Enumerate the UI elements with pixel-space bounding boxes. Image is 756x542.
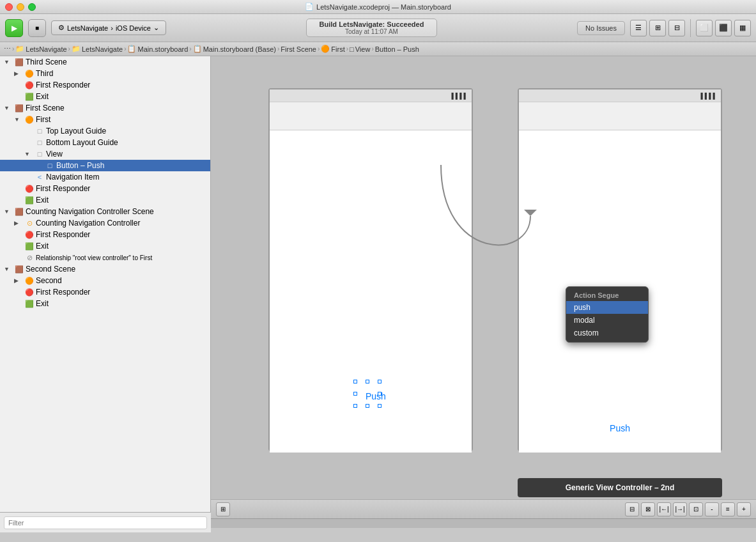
scene-icon-2: 🟫 (14, 103, 24, 113)
tree-label: Top Layout Guide (46, 127, 106, 136)
tree-item-exit-1[interactable]: 🟩 Exit (0, 91, 210, 102)
panel-toggle-3[interactable]: ⊟ (668, 20, 685, 36)
scene-icon-3: 🟫 (14, 206, 24, 217)
panel-toggle-2[interactable]: ⊞ (649, 20, 666, 36)
relationship-icon: ⊘ (24, 252, 35, 263)
zoom-out-button[interactable]: - (705, 502, 719, 516)
exit-icon-4: 🟩 (24, 298, 35, 309)
scheme-selector[interactable]: ⚙ LetsNavigate › iOS Device ⌄ (51, 20, 166, 35)
zoom-reset-button[interactable]: ≡ (721, 502, 735, 516)
panel-toggle-5[interactable]: ⬛ (715, 20, 732, 36)
first-view-controller: ▌▌▌▌ Push (268, 88, 473, 451)
zoom-fit-button[interactable]: ⊞ (216, 502, 230, 516)
tree-label: Navigation Item (46, 173, 99, 182)
close-button[interactable] (5, 3, 13, 11)
handle-mr (378, 392, 382, 396)
tree-item-top-layout[interactable]: □ Top Layout Guide (0, 125, 210, 137)
canvas-btn-3[interactable]: |←| (657, 502, 671, 516)
zoom-in-button[interactable]: + (737, 502, 751, 516)
tree-item-counting-nav-scene[interactable]: 🟫 Counting Navigation Controller Scene (0, 206, 210, 217)
tree-item-first-responder-3[interactable]: 🔴 First Responder (0, 229, 210, 240)
horizontal-scrollbar[interactable] (211, 518, 756, 528)
handle-tl (353, 380, 357, 383)
handle-tr (378, 380, 382, 383)
canvas-btn-4[interactable]: |→| (673, 502, 687, 516)
breadcrumb-item-7[interactable]: □ View (350, 45, 370, 53)
handle-bc (366, 404, 369, 408)
tree-item-exit-3[interactable]: 🟩 Exit (0, 240, 210, 252)
tree-item-second-scene[interactable]: 🟫 Second Scene (0, 263, 210, 275)
context-menu-push[interactable]: push (566, 301, 648, 314)
tree-item-bottom-layout[interactable]: □ Bottom Layout Guide (0, 137, 210, 148)
tree-item-view[interactable]: □ View (0, 148, 210, 160)
layout-icon-2: □ (35, 137, 45, 148)
button-icon: □ (45, 160, 55, 171)
build-status-box: Build LetsNavigate: Succeeded Today at 1… (306, 19, 438, 37)
battery-icon: ▌▌▌▌ (451, 93, 468, 99)
tree-label: First Scene (26, 104, 65, 112)
panel-toggle-6[interactable]: ▦ (734, 20, 751, 36)
exit-icon-3: 🟩 (24, 241, 35, 251)
tree-item-exit-4[interactable]: 🟩 Exit (0, 298, 210, 309)
breadcrumb-item-2[interactable]: 📁 LetsNavigate (72, 45, 123, 53)
vc-icon-2: 🟠 (24, 114, 35, 125)
breadcrumb-item-1[interactable]: 📁 LetsNavigate (15, 45, 66, 53)
title-bar: 📄 LetsNavigate.xcodeproj — Main.storyboa… (0, 0, 756, 14)
tree-arrow (4, 208, 13, 215)
layout-icon: □ (35, 126, 45, 136)
vc-icon-3: 🟠 (24, 275, 35, 286)
play-button[interactable]: ▶ (5, 19, 23, 37)
breadcrumb-item-4[interactable]: 📋 Main.storyboard (Base) (193, 45, 276, 53)
canvas-btn-5[interactable]: ⊡ (689, 502, 703, 516)
tree-label: Counting Navigation Controller (36, 219, 140, 228)
context-menu-custom[interactable]: custom (566, 327, 648, 339)
tree-item-first-responder-4[interactable]: 🔴 First Responder (0, 286, 210, 298)
tree-item-first-responder-2[interactable]: 🔴 First Responder (0, 183, 210, 194)
canvas-toolbar-right: ⊟ ⊠ |←| |→| ⊡ - ≡ + (625, 502, 751, 516)
panel-toggle-4[interactable]: ⬜ (696, 20, 713, 36)
sidebar: 🟫 Third Scene 🟠 Third 🔴 First Responder … (0, 56, 211, 528)
scene-icon-4: 🟫 (14, 264, 24, 274)
maximize-button[interactable] (28, 3, 36, 11)
tree-label: Exit (36, 196, 49, 205)
canvas-btn-2[interactable]: ⊠ (641, 502, 655, 516)
breadcrumb-item-6[interactable]: 🟠 First (321, 45, 344, 53)
tree-item-nav-item[interactable]: < Navigation Item (0, 171, 210, 183)
tree-item-exit-2[interactable]: 🟩 Exit (0, 194, 210, 206)
toolbar-right-icons: ☰ ⊞ ⊟ ⬜ ⬛ ▦ (630, 19, 751, 37)
breadcrumb-item-5[interactable]: First Scene (281, 45, 316, 53)
panel-toggle-1[interactable]: ☰ (630, 20, 647, 36)
second-view-controller: ▌▌▌▌ Push (518, 88, 722, 451)
breadcrumb-item-8[interactable]: Button – Push (375, 45, 419, 53)
push-button[interactable]: Push (366, 392, 376, 402)
canvas-area[interactable]: ▌▌▌▌ Push (211, 56, 756, 528)
responder-icon: 🔴 (24, 80, 35, 90)
stop-button[interactable]: ■ (28, 19, 46, 37)
window-controls (5, 3, 36, 11)
handle-bl (353, 404, 357, 408)
tree-item-first-scene[interactable]: 🟫 First Scene (0, 102, 210, 114)
tree-arrow (4, 266, 13, 272)
push-label-second: Push (610, 423, 630, 433)
view-icon: □ (350, 45, 354, 53)
tree-item-third[interactable]: 🟠 Third (0, 68, 210, 79)
tree-item-third-scene[interactable]: 🟫 Third Scene (0, 56, 210, 68)
tree-item-first[interactable]: 🟠 First (0, 114, 210, 125)
context-menu: Action Segue push modal custom (566, 286, 649, 343)
tree-arrow (4, 59, 13, 65)
canvas-btn-1[interactable]: ⊟ (625, 502, 639, 516)
toolbar: ▶ ■ ⚙ LetsNavigate › iOS Device ⌄ Build … (0, 14, 756, 42)
folder-icon: 📁 (15, 45, 24, 53)
tree-item-relationship[interactable]: ⊘ Relationship "root view controller" to… (0, 252, 210, 263)
tree-item-button-push[interactable]: □ Button – Push (0, 160, 210, 171)
sidebar-search-input[interactable] (4, 516, 207, 529)
tree-label: Exit (36, 242, 49, 251)
minimize-button[interactable] (17, 3, 24, 11)
tree-arrow (14, 70, 23, 77)
breadcrumb-item-3[interactable]: 📋 Main.storyboard (127, 45, 188, 53)
tree-item-second[interactable]: 🟠 Second (0, 275, 210, 286)
tree-item-first-responder-1[interactable]: 🔴 First Responder (0, 79, 210, 91)
scene-icon: 🟫 (14, 57, 24, 67)
tree-item-counting-nav[interactable]: ⊙ Counting Navigation Controller (0, 217, 210, 229)
context-menu-modal[interactable]: modal (566, 314, 648, 327)
